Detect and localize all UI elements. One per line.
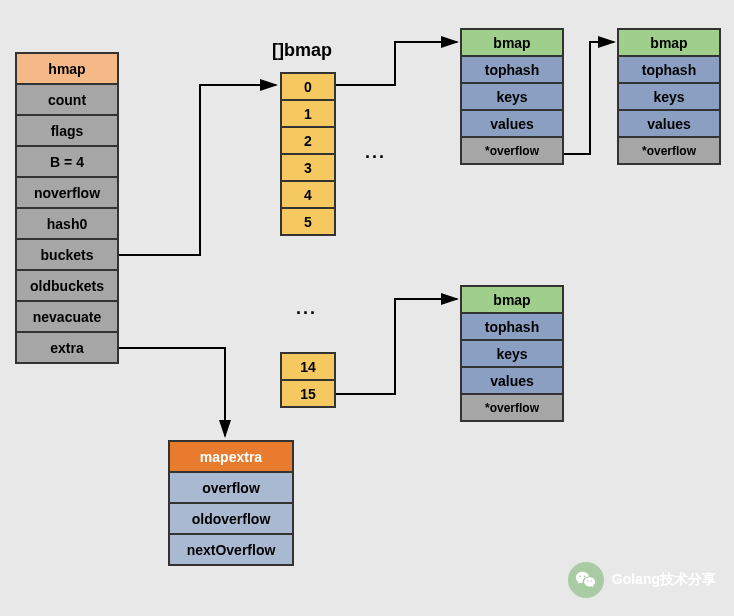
bmap-overflow: *overflow xyxy=(617,136,721,165)
field-buckets: buckets xyxy=(15,238,119,271)
array-title: []bmap xyxy=(272,40,332,61)
bucket-14: 14 xyxy=(280,352,336,381)
field-oldbuckets: oldbuckets xyxy=(15,269,119,302)
bmap-header: bmap xyxy=(617,28,721,57)
bmap-struct-1: bmap tophash keys values *overflow xyxy=(460,28,564,165)
bmap-tophash: tophash xyxy=(617,55,721,84)
field-extra: extra xyxy=(15,331,119,364)
ellipsis-right: ... xyxy=(365,142,386,163)
bucket-1: 1 xyxy=(280,99,336,128)
bmap-keys: keys xyxy=(617,82,721,111)
field-noverflow: noverflow xyxy=(15,176,119,209)
bmap-overflow: *overflow xyxy=(460,393,564,422)
bmap-values: values xyxy=(460,366,564,395)
mapextra-struct: mapextra overflow oldoverflow nextOverfl… xyxy=(168,440,294,566)
bmap-header: bmap xyxy=(460,28,564,57)
wechat-icon xyxy=(568,562,604,598)
hmap-struct: hmap count flags B = 4 noverflow hash0 b… xyxy=(15,52,119,364)
mapextra-oldoverflow: oldoverflow xyxy=(168,502,294,535)
bucket-0: 0 xyxy=(280,72,336,101)
bmap-overflow: *overflow xyxy=(460,136,564,165)
bmap-keys: keys xyxy=(460,82,564,111)
field-b: B = 4 xyxy=(15,145,119,178)
watermark-text: Golang技术分享 xyxy=(612,571,716,589)
bmap-struct-3: bmap tophash keys values *overflow xyxy=(460,285,564,422)
bucket-5: 5 xyxy=(280,207,336,236)
mapextra-header: mapextra xyxy=(168,440,294,473)
bucket-4: 4 xyxy=(280,180,336,209)
bucket-15: 15 xyxy=(280,379,336,408)
bmap-header: bmap xyxy=(460,285,564,314)
field-flags: flags xyxy=(15,114,119,147)
field-count: count xyxy=(15,83,119,116)
bucket-3: 3 xyxy=(280,153,336,182)
bmap-keys: keys xyxy=(460,339,564,368)
field-hash0: hash0 xyxy=(15,207,119,240)
mapextra-nextoverflow: nextOverflow xyxy=(168,533,294,566)
bmap-tophash: tophash xyxy=(460,55,564,84)
bmap-values: values xyxy=(460,109,564,138)
bmap-tophash: tophash xyxy=(460,312,564,341)
bucket-array-bottom: 14 15 xyxy=(280,352,336,408)
ellipsis-mid: ... xyxy=(296,298,317,319)
bmap-struct-2: bmap tophash keys values *overflow xyxy=(617,28,721,165)
field-nevacuate: nevacuate xyxy=(15,300,119,333)
bmap-values: values xyxy=(617,109,721,138)
hmap-header: hmap xyxy=(15,52,119,85)
watermark: Golang技术分享 xyxy=(568,562,716,598)
mapextra-overflow: overflow xyxy=(168,471,294,504)
bucket-array-top: 0 1 2 3 4 5 xyxy=(280,72,336,236)
bucket-2: 2 xyxy=(280,126,336,155)
